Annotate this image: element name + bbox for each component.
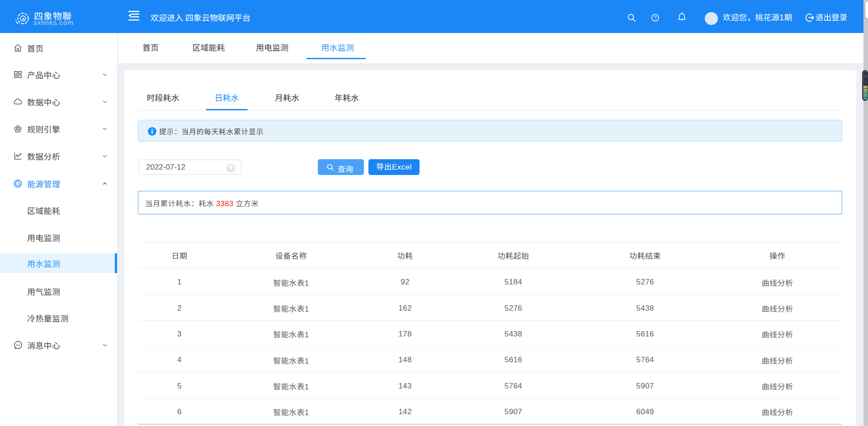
- svg-text:?: ?: [654, 15, 656, 20]
